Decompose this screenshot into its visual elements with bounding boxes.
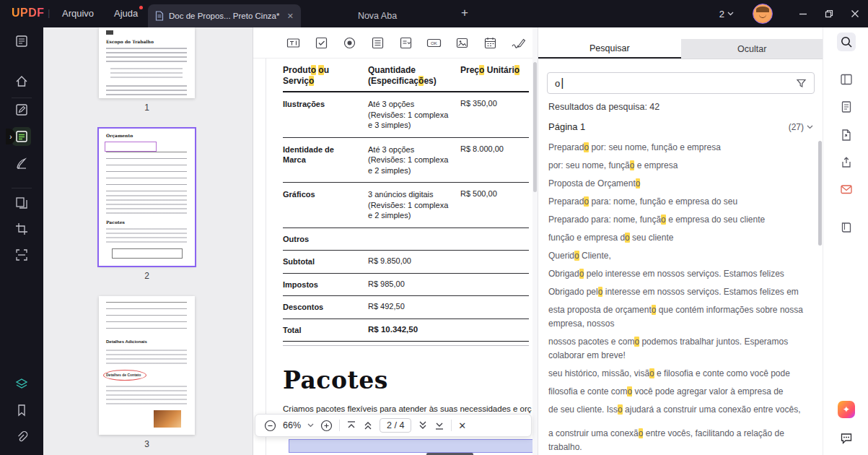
page-thumbnail-2[interactable]: Orçamento Pacotes (99, 129, 195, 266)
window-count-dropdown[interactable]: 2 (719, 9, 734, 20)
page-number-input[interactable]: 2 / 4 (380, 418, 411, 433)
combo-box-icon (399, 36, 413, 50)
minimize-button[interactable] (790, 0, 816, 27)
radio-button-tool[interactable] (341, 35, 357, 51)
chevron-down-icon[interactable] (807, 125, 813, 129)
chat-icon[interactable] (837, 429, 856, 448)
next-page-button[interactable] (418, 420, 428, 430)
search-result-item[interactable]: seu histórico, missão, visão e filosofia… (548, 367, 815, 381)
search-result-item[interactable]: Preparado para: nome, função e empresa d… (548, 195, 815, 209)
tab-pesquisar[interactable]: Pesquisar (538, 39, 681, 58)
scrollbar-thumb[interactable] (533, 62, 537, 192)
thumbnail-heading: Detalhes Adicionais (106, 339, 147, 344)
sidebar-item-crop[interactable] (12, 220, 31, 238)
table-header-cell: Preço Unitário (460, 65, 529, 87)
results-group-header[interactable]: Página 1 (27) (548, 121, 813, 132)
menu-arquivo[interactable]: Arquivo (62, 8, 94, 19)
search-query: o (555, 78, 560, 89)
search-result-item[interactable]: Proposta de Orçamento (548, 177, 815, 191)
zoom-dropdown-icon[interactable] (307, 423, 314, 428)
thumbnail-sketch (106, 350, 187, 367)
sidebar-item-bookmark[interactable] (12, 401, 31, 420)
search-result-item[interactable]: por: seu nome, função e empresa (548, 159, 815, 173)
sidebar-item-page-panel[interactable] (837, 70, 856, 89)
search-result-item[interactable]: Obrigado pelo interesse em nossos serviç… (548, 267, 815, 281)
zoom-level[interactable]: 66% (283, 420, 301, 430)
filter-icon[interactable] (796, 78, 807, 89)
sidebar-item-organize-pages[interactable] (12, 194, 31, 212)
updf-ai-icon[interactable]: ✦ (838, 401, 855, 418)
sidebar-item-outline[interactable] (837, 98, 856, 116)
sidebar-item-feedback[interactable] (837, 180, 856, 199)
table-cell: Ilustrações (283, 99, 368, 131)
restore-button[interactable] (816, 0, 842, 27)
sidebar-item-export[interactable] (837, 126, 856, 144)
first-page-button[interactable] (346, 420, 356, 430)
titlebar: UPDF | Arquivo Ajuda Doc de Propos... Pr… (0, 0, 868, 27)
search-result-item[interactable]: filosofia e conte como você pode agregar… (548, 385, 815, 399)
vertical-scrollbar[interactable] (532, 27, 538, 455)
first-page-icon (346, 420, 356, 430)
combo-box-tool[interactable] (398, 35, 413, 51)
sidebar-item-layers[interactable] (12, 375, 31, 394)
image-field-tool[interactable] (454, 35, 470, 51)
close-button[interactable] (842, 0, 868, 27)
search-result-item[interactable]: Preparado por: seu nome, função e empres… (548, 141, 815, 155)
menu-ajuda[interactable]: Ajuda (114, 8, 138, 19)
zoom-out-icon (264, 420, 276, 432)
search-result-item[interactable]: função e empresa do seu cliente (548, 231, 815, 245)
button-tool[interactable]: OK (426, 35, 442, 51)
signature-form-field[interactable] (289, 439, 538, 453)
avatar[interactable] (753, 4, 773, 24)
search-result-item[interactable]: Obrigado pelo interesse em nossos serviç… (548, 285, 815, 299)
tab-close-icon[interactable]: ✕ (287, 12, 294, 21)
new-tab[interactable]: Nova Aba (301, 4, 454, 27)
sidebar-item-attachment[interactable] (12, 428, 31, 446)
search-result-item[interactable]: de seu cliente. Isso ajudará a construir… (548, 403, 815, 417)
table-cell: R$ 8.000,00 (460, 144, 529, 176)
summary-cell: R$ 9.850,00 (368, 256, 460, 267)
search-result-item[interactable]: esta proposta de orçamento que contém in… (548, 303, 815, 331)
signature-field-tool[interactable] (510, 35, 526, 51)
tab-ocultar[interactable]: Ocultar (681, 39, 824, 58)
zoom-in-button[interactable] (320, 420, 333, 432)
sidebar-item-search[interactable] (837, 32, 856, 51)
sidebar-item-attachments[interactable] (837, 218, 856, 237)
zoombar-close-button[interactable]: ✕ (458, 420, 466, 431)
add-tab-button[interactable]: + (457, 6, 472, 20)
search-result-item[interactable]: Querido Cliente, (548, 249, 815, 263)
sidebar-item-reader[interactable] (12, 32, 31, 51)
share-icon (840, 156, 853, 169)
thumbnail-sketch (106, 228, 187, 243)
red-circle-annotation (103, 370, 146, 381)
search-result-item[interactable]: Preparado para: nome, função e empresa d… (548, 213, 815, 227)
check-box-tool[interactable] (313, 35, 329, 51)
list-box-tool[interactable] (369, 35, 385, 51)
thumbnail-heading: Orçamento (106, 133, 133, 138)
form-tools-toolbar: OK (253, 27, 538, 58)
page-thumbnail-1[interactable]: Escopo do Trabalho (99, 27, 195, 98)
search-result-item[interactable]: a construir uma conexão entre vocês, fac… (548, 427, 815, 454)
pdf-viewer: OK Produto ou Serviço Quantidade (Especi… (253, 27, 538, 455)
layers-icon (14, 377, 29, 391)
summary-cell: R$ 985,00 (368, 280, 460, 290)
search-result-item[interactable]: nossos pacotes e como podemos trabalhar … (548, 335, 815, 363)
thumbnail-heading: Escopo do Trabalho (106, 39, 154, 44)
sidebar-item-home[interactable] (12, 72, 31, 91)
text-caret: | (561, 77, 564, 90)
sidebar-item-comment[interactable] (12, 100, 31, 119)
document-tab[interactable]: Doc de Propos... Preto Cinza* ✕ (148, 4, 301, 27)
panel-scrollbar-thumb[interactable] (818, 141, 822, 246)
sidebar-item-sign[interactable] (12, 154, 31, 173)
previous-page-button[interactable] (363, 420, 373, 430)
zoom-out-button[interactable] (264, 420, 276, 432)
last-page-button[interactable] (434, 420, 444, 430)
sidebar-item-share[interactable] (837, 153, 856, 172)
text-field-tool[interactable] (285, 35, 301, 51)
sidebar-item-ocr[interactable] (12, 246, 31, 264)
book-icon (840, 221, 853, 234)
table-row: Identidade de MarcaAté 3 opções (Revisõe… (283, 138, 529, 183)
date-field-tool[interactable] (482, 35, 498, 51)
search-input[interactable]: o | (547, 72, 815, 94)
page-thumbnail-3[interactable]: Detalhes Adicionais Detalhes de Contato (99, 296, 195, 435)
